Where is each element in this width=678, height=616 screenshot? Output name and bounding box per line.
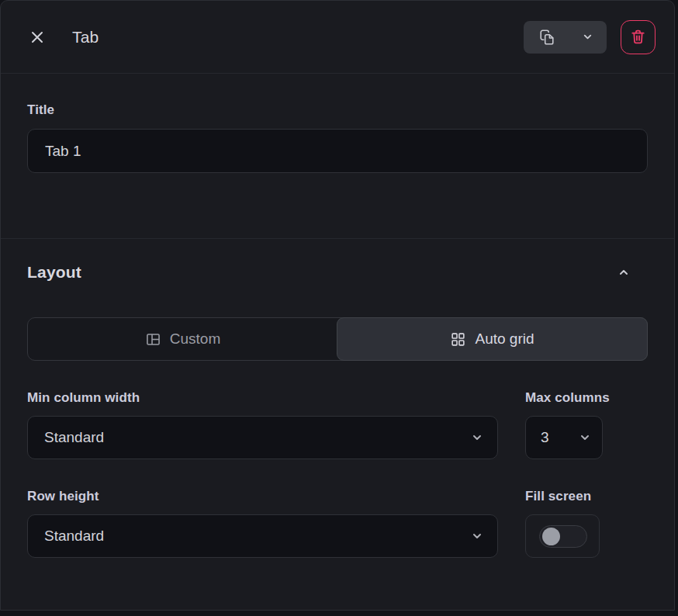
panel-title: Tab — [72, 28, 99, 47]
row-height-label: Row height — [27, 489, 498, 504]
chevron-down-icon — [471, 530, 483, 542]
layout-mode-toggle: Custom Auto grid — [27, 317, 648, 361]
toggle-knob — [542, 528, 560, 545]
row-height-value: Standard — [44, 528, 104, 545]
max-columns-select[interactable]: 3 — [525, 416, 603, 459]
title-section: Title — [1, 74, 674, 239]
chevron-down-icon — [471, 431, 483, 444]
panel-header: Tab — [1, 1, 674, 74]
row-height-field: Row height Standard — [27, 489, 498, 558]
tab-options-panel: Tab — [0, 0, 675, 611]
min-column-width-label: Min column width — [27, 390, 498, 406]
row-height-select[interactable]: Standard — [27, 514, 498, 558]
copy-icon — [538, 29, 555, 46]
tab-title-input[interactable] — [27, 129, 648, 173]
edit-pane: Tab — [0, 0, 678, 616]
layout-section-header[interactable]: Layout — [27, 262, 648, 282]
title-label: Title — [27, 102, 648, 118]
trash-icon — [629, 28, 647, 46]
grid-2x2-icon — [450, 331, 466, 348]
copy-dropdown-button[interactable] — [524, 21, 607, 54]
min-column-width-value: Standard — [44, 429, 104, 446]
layout-mode-auto-grid-label: Auto grid — [475, 330, 534, 348]
toggle-track — [539, 525, 587, 548]
close-button[interactable] — [27, 27, 47, 47]
chevron-up-icon — [617, 265, 631, 279]
delete-tab-button[interactable] — [621, 20, 656, 54]
max-columns-field: Max columns 3 — [525, 390, 648, 459]
collapse-button[interactable] — [614, 262, 634, 282]
chevron-down-icon — [579, 431, 591, 444]
fields-row-2: Row height Standard Fill screen — [27, 489, 648, 558]
fill-screen-toggle[interactable] — [525, 514, 600, 558]
fill-screen-field: Fill screen — [525, 489, 648, 558]
layout-mode-custom-label: Custom — [170, 330, 220, 348]
min-column-width-field: Min column width Standard — [27, 390, 498, 459]
fill-screen-label: Fill screen — [525, 489, 648, 504]
close-icon — [29, 29, 46, 46]
fields-row-1: Min column width Standard Max columns 3 — [27, 390, 648, 459]
layout-mode-auto-grid[interactable]: Auto grid — [337, 317, 648, 361]
min-column-width-select[interactable]: Standard — [27, 416, 498, 459]
max-columns-label: Max columns — [525, 390, 648, 406]
layout-mode-custom[interactable]: Custom — [28, 318, 337, 360]
max-columns-value: 3 — [541, 429, 549, 446]
layout-section: Layout — [1, 239, 674, 558]
chevron-down-icon — [582, 31, 593, 43]
custom-layout-icon — [145, 331, 161, 348]
layout-section-title: Layout — [27, 263, 81, 282]
